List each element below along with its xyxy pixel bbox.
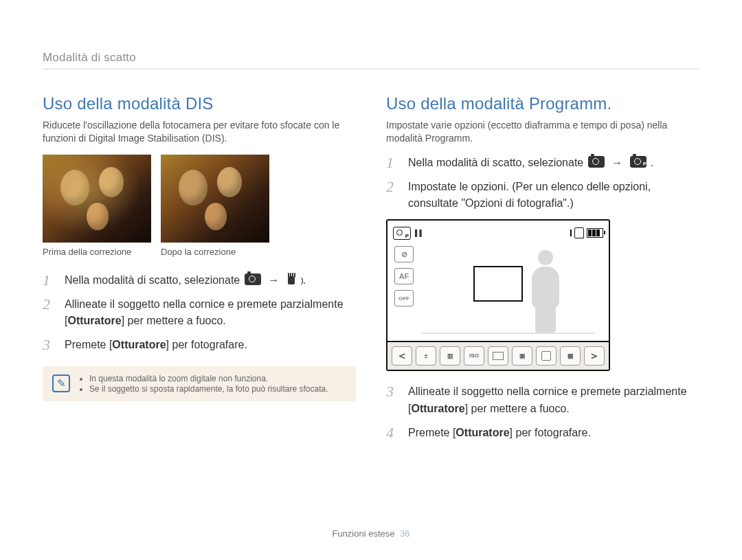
toolbar-prev-icon: ＜ xyxy=(392,346,412,366)
right-steps-bottom: 3 Allineate il soggetto nella cornice e … xyxy=(386,383,699,441)
note-list: In questa modalità lo zoom digitale non … xyxy=(80,373,328,394)
camera-icon xyxy=(245,273,261,285)
left-step-1: 1 Nella modalità di scatto, selezionate … xyxy=(43,272,356,289)
right-step-4: 4 Premete [Otturatore] per fotografare. xyxy=(386,425,699,442)
step-text: Allineate il soggetto nella cornice e pr… xyxy=(65,296,356,331)
right-step-2: 2 Impostate le opzioni. (Per un elenco d… xyxy=(386,179,699,213)
right-intro: Impostate varie opzioni (eccetto diafram… xyxy=(386,119,699,145)
lcd-side-icons: ⊘ AF OFF xyxy=(394,246,414,306)
breadcrumb: Modalità di scatto xyxy=(43,51,699,69)
step-prefix: Nella modalità di scatto, selezionate xyxy=(408,157,587,168)
shutter-label: Otturatore xyxy=(112,339,166,350)
columns: Uso della modalità DIS Riducete l'oscill… xyxy=(43,94,699,449)
photo-captions: Prima della correzione Dopo la correzion… xyxy=(43,247,356,257)
toolbar-iso-icon: ISO xyxy=(464,346,484,366)
note-item: Se il soggetto si sposta rapidamente, la… xyxy=(89,384,328,394)
left-step-2: 2 Allineate il soggetto nella cornice e … xyxy=(43,296,356,331)
note-icon: ✎ xyxy=(52,374,70,392)
right-steps-top: 1 Nella modalità di scatto, selezionate … xyxy=(386,155,699,212)
step-text: Premete [Otturatore] per fotografare. xyxy=(65,337,247,354)
step-text: Impostate le opzioni. (Per un elenco del… xyxy=(408,179,699,213)
rec-indicator-icon: ▌▌ xyxy=(415,229,424,236)
flash-off-icon: ⊘ xyxy=(394,246,414,262)
step-number: 1 xyxy=(43,272,55,289)
battery-icon xyxy=(587,228,603,238)
toolbar-face-icon xyxy=(536,346,556,366)
camera-p-icon: P xyxy=(630,156,647,168)
step-text: Allineate il soggetto nella cornice e pr… xyxy=(408,383,699,418)
footer: Funzioni estese 36 xyxy=(0,528,742,539)
shutter-label: Otturatore xyxy=(456,427,509,438)
mode-badge-icon: P xyxy=(393,227,411,240)
photo-after xyxy=(161,155,269,243)
toolbar-drive-icon: ▣ xyxy=(512,346,532,366)
shutter-label: Otturatore xyxy=(411,403,464,414)
arrow-icon: → xyxy=(265,274,282,286)
arrow-icon: → xyxy=(609,157,625,168)
note-item: In questa modalità lo zoom digitale non … xyxy=(89,374,328,383)
right-step-3: 3 Allineate il soggetto nella cornice e … xyxy=(386,383,699,418)
lcd-preview: P ▌▌ ⊘ AF OFF xyxy=(386,219,610,371)
footer-label: Funzioni estese xyxy=(332,528,394,539)
page-number: 36 xyxy=(400,528,409,539)
hand-stabilize-icon: )) xyxy=(286,274,299,287)
step-number: 2 xyxy=(43,296,55,313)
subject-silhouette-icon xyxy=(525,250,566,333)
shutter-label: Otturatore xyxy=(67,315,121,326)
left-steps: 1 Nella modalità di scatto, selezionate … xyxy=(43,272,356,354)
toolbar-focus-icon: ▦ xyxy=(560,346,581,366)
left-column: Uso della modalità DIS Riducete l'oscill… xyxy=(43,94,356,449)
step-prefix: Nella modalità di scatto, selezionate xyxy=(65,274,243,286)
step-suffix: . xyxy=(651,157,653,168)
toolbar-next-icon: ＞ xyxy=(584,346,605,366)
step-number: 2 xyxy=(386,179,398,195)
camera-icon xyxy=(588,156,605,168)
left-title: Uso della modalità DIS xyxy=(43,94,356,113)
page: Modalità di scatto Uso della modalità DI… xyxy=(0,0,742,560)
right-column: Uso della modalità Programm. Impostate v… xyxy=(386,94,699,449)
toolbar-ev-icon: ± xyxy=(416,346,436,366)
step-suffix: . xyxy=(303,274,306,286)
lcd-toolbar: ＜ ± ▥ ISO ▣ ▦ ＞ xyxy=(387,341,609,370)
step-text: Premete [Otturatore] per fotografare. xyxy=(408,425,591,442)
photo-row xyxy=(43,155,356,243)
right-step-1: 1 Nella modalità di scatto, selezionate … xyxy=(386,155,699,172)
toolbar-wb-icon: ▥ xyxy=(440,346,460,366)
step-number: 4 xyxy=(386,425,398,441)
focus-frame-icon xyxy=(473,266,523,302)
af-mode-icon: AF xyxy=(394,268,414,284)
step-text: Nella modalità di scatto, selezionate → … xyxy=(65,272,306,289)
step-number: 3 xyxy=(386,383,398,400)
note-box: ✎ In questa modalità lo zoom digitale no… xyxy=(43,366,356,401)
toolbar-size-icon xyxy=(488,346,508,366)
photo-before xyxy=(43,155,151,243)
lcd-statusbar: P ▌▌ xyxy=(387,221,609,242)
left-step-3: 3 Premete [Otturatore] per fotografare. xyxy=(43,337,356,354)
left-intro: Riducete l'oscillazione della fotocamera… xyxy=(43,119,356,145)
timer-off-icon: OFF xyxy=(394,290,414,306)
caption-before: Prima della correzione xyxy=(43,247,151,257)
caption-after: Dopo la correzione xyxy=(161,247,269,257)
lcd-viewfinder: ⊘ AF OFF xyxy=(387,242,609,341)
right-title: Uso della modalità Programm. xyxy=(386,94,699,113)
battery-status xyxy=(570,227,603,238)
step-number: 3 xyxy=(43,337,55,353)
step-text: Nella modalità di scatto, selezionate → … xyxy=(408,155,654,172)
sd-card-icon xyxy=(574,227,584,238)
step-number: 1 xyxy=(386,155,398,171)
